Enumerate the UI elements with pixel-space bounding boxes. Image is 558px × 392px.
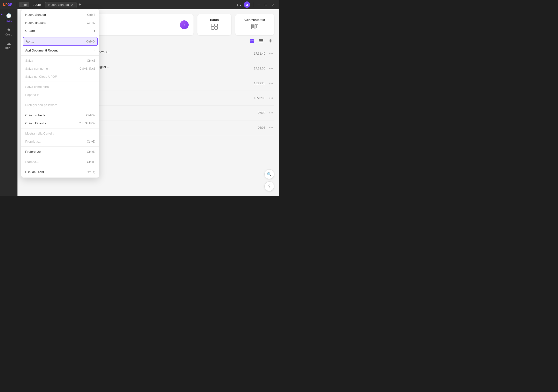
tab-close-icon[interactable]: ✕ [71,3,73,7]
menu-separator [21,157,99,157]
batch-card[interactable]: Batch [197,14,231,35]
favorites-icon: ★ [7,27,11,32]
menu-item-shortcut: Ctrl+Q [87,171,95,174]
file-menu-button[interactable]: ••• [268,96,274,100]
compare-icon [251,24,258,31]
menu-item-label: Esci da UPDF [25,170,45,174]
menu-separator [21,100,99,100]
menu-item-shortcut: Ctrl+S [87,59,95,62]
sidebar-item-cloud[interactable]: ☁ UPD... [0,39,17,52]
user-avatar[interactable]: U [244,1,250,8]
menu-item-preferenze[interactable]: Preferenze... Ctrl+K [21,148,99,156]
titlebar-right: 1 ∨ U ─ □ ✕ [237,1,276,8]
help-button[interactable]: ? [264,182,274,191]
close-button[interactable]: ✕ [270,3,276,7]
tab-bar: Nuova Scheda ✕ + [45,2,235,8]
file-menu-button[interactable]: ••• [268,66,274,71]
main-tab[interactable]: Nuova Scheda ✕ [45,2,77,8]
menu-item-shortcut: Ctrl+D [87,140,95,143]
open-arrow-icon: › [180,20,189,29]
file-time: 06/09 [248,111,265,115]
menu-item-label: Nuova Scheda [25,13,46,17]
file-menu-button[interactable]: ••• [268,81,274,86]
menu-item-label: Chiudi Finestra [25,122,46,125]
menu-item-label: Apri... [26,40,34,43]
file-time: 17:31:40 [248,52,265,55]
menu-item-label: Esporta in [25,93,40,97]
menu-item-stampa: Stampa... Ctrl+P [21,158,99,166]
file-time: 06/03 [248,126,265,130]
svg-rect-17 [259,40,263,41]
file-menu-button[interactable]: ••• [268,111,274,115]
menu-item-label: Salva come altro [25,85,49,89]
svg-rect-15 [252,41,254,43]
menu-separator [21,110,99,110]
svg-rect-4 [252,24,254,29]
menu-item-apri-recenti[interactable]: Apri Documenti Recenti › [21,46,99,54]
menu-item-label: Mostra nella Cartella [25,132,54,135]
menu-separator [21,55,99,56]
menu-item-nuova-scheda[interactable]: Nuova Scheda Ctrl+T [21,11,99,19]
menu-item-salva-con-nome: Salva con nome ... Ctrl+Shift+S [21,65,99,73]
menu-item-shortcut: Ctrl+O [86,40,95,43]
menu-item-label: Salva [25,59,33,62]
minimize-button[interactable]: ─ [256,3,262,7]
svg-rect-12 [250,39,252,41]
tab-label: Nuova Scheda [48,3,69,7]
titlebar-divider2 [253,2,253,7]
compare-card[interactable]: Confronta file [235,14,274,35]
menu-item-shortcut: Ctrl+K [87,150,95,154]
file-menu-button[interactable]: File [19,2,29,7]
recent-icon: 🕐 [6,13,11,18]
menu-item-chiudi-finestra[interactable]: Chiudi Finestra Ctrl+Shift+W [21,119,99,127]
file-menu-button[interactable]: ••• [268,52,274,56]
menu-separator [21,128,99,129]
menu-separator [21,167,99,167]
menu-item-shortcut: Ctrl+T [87,13,95,17]
svg-rect-18 [259,42,263,42]
menu-item-label: Creare [25,29,35,33]
menu-item-label: Salva con nome ... [25,67,52,70]
batch-title: Batch [210,18,219,22]
sidebar: 🕐 Recu... ★ Con... ☁ UPD... [0,9,17,196]
menu-item-chiudi-scheda[interactable]: Chiudi scheda Ctrl+W [21,111,99,119]
maximize-button[interactable]: □ [263,3,268,7]
menu-item-salva: Salva Ctrl+S [21,57,99,65]
svg-rect-5 [255,24,258,29]
menu-item-salva-cloud: Salva nel Cloud UPDF [21,73,99,81]
menu-item-shortcut: Ctrl+P [87,160,95,164]
user-count: 1 ∨ [237,3,242,7]
grid-view-button[interactable] [248,38,256,44]
menu-item-label: Preferenze... [25,150,43,154]
list-view-button[interactable] [258,38,265,44]
menu-item-shortcut: Ctrl+Shift+S [79,67,95,70]
menu-item-esci[interactable]: Esci da UPDF Ctrl+Q [21,168,99,176]
active-dot [1,14,2,15]
menu-separator [21,36,99,36]
svg-rect-16 [259,39,263,40]
menu-item-label: Apri Documenti Recenti [25,49,59,52]
cloud-icon: ☁ [7,41,11,46]
new-tab-button[interactable]: + [77,2,83,7]
menu-item-creare[interactable]: Creare › [21,27,99,35]
menu-item-label: Chiudi scheda [25,113,45,117]
sidebar-item-label-favorites: Con... [5,33,12,36]
file-menu-button[interactable]: ••• [268,126,274,130]
compare-title: Confronta file [244,18,265,22]
delete-button[interactable] [267,38,274,44]
search-button[interactable]: 🔍 [264,169,274,179]
titlebar-divider [16,2,16,7]
sidebar-item-favorites[interactable]: ★ Con... [0,25,17,38]
menu-item-proteggi: Proteggi con password [21,101,99,109]
menu-item-apri[interactable]: Apri... Ctrl+O [23,37,98,46]
menu-item-nuova-finestra[interactable]: Nuova finestra Ctrl+N [21,19,99,27]
menu-item-shortcut: Ctrl+N [87,21,95,25]
menu-item-esporta-in: Esporta in [21,91,99,99]
menu-item-mostra-cartella: Mostra nella Cartella [21,130,99,138]
menu-item-shortcut: Ctrl+W [86,114,95,117]
svg-rect-14 [250,41,252,43]
svg-rect-0 [211,24,214,26]
sidebar-item-recent[interactable]: 🕐 Recu... [0,11,17,24]
menu-item-shortcut: Ctrl+Shift+W [79,122,95,125]
aiuto-menu-button[interactable]: Aiuto [31,2,43,7]
